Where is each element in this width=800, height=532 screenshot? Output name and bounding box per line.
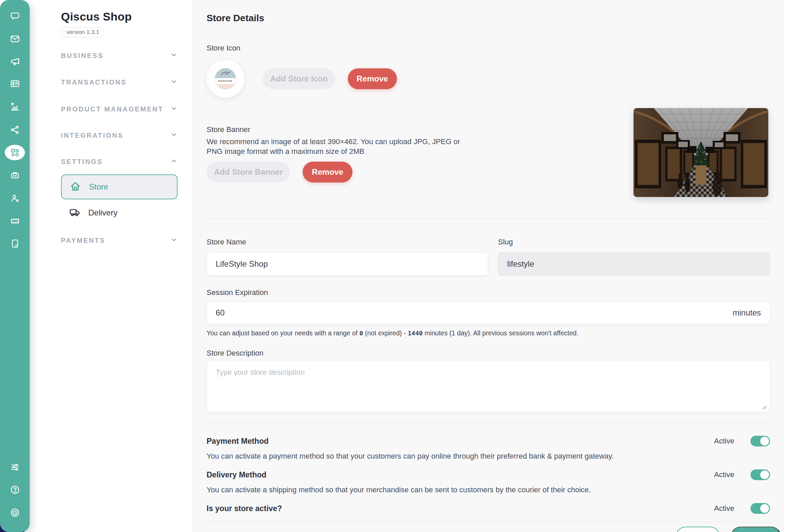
apps-grid-icon[interactable] (0, 148, 30, 157)
payment-method-toggle[interactable] (750, 436, 770, 446)
chevron-down-icon (170, 78, 178, 87)
mail-icon[interactable] (0, 34, 30, 44)
section-divider (206, 423, 770, 423)
sidebar: Qiscus Shop version 1.3.1 BUSINESS TRANS… (30, 0, 193, 532)
customer-icon[interactable] (0, 193, 30, 203)
store-name-label: Store Name (206, 238, 246, 246)
register-icon[interactable] (0, 170, 30, 180)
delivery-method-toggle[interactable] (750, 469, 770, 480)
main-content: Store Details Store Icon FASHION Add Sto… (193, 0, 783, 532)
store-name-input[interactable]: LifeStyle Shop (206, 252, 488, 276)
page-title: Store Details (206, 13, 264, 23)
footer-divider (206, 522, 770, 522)
store-active-title: Is your store active? (206, 504, 282, 513)
delivery-method-title: Delivery Method (206, 470, 267, 479)
store-logo: FASHION (215, 68, 236, 90)
payment-method-row: Payment Method Active (206, 434, 770, 449)
store-banner-image (634, 108, 768, 197)
delivery-method-row: Delivery Method Active (206, 467, 770, 482)
slug-label: Slug (498, 238, 513, 246)
chevron-down-icon (170, 51, 178, 60)
logout-icon[interactable] (0, 508, 30, 517)
payment-method-description: You can activate a payment method so tha… (206, 452, 614, 461)
session-expiration-unit: minutes (733, 308, 761, 318)
store-banner-label: Store Banner (206, 125, 250, 134)
store-icon-preview: FASHION (206, 60, 244, 98)
store-logo-text: FASHION (218, 80, 233, 82)
footer-primary-button[interactable] (731, 527, 781, 532)
preferences-icon[interactable] (0, 462, 30, 472)
id-card-icon[interactable] (0, 78, 30, 89)
app-title: Qiscus Shop (61, 10, 132, 23)
payment-method-status: Active (714, 437, 734, 445)
remove-store-banner-button[interactable]: Remove (303, 162, 352, 183)
add-store-icon-button[interactable]: Add Store Icon (262, 68, 335, 89)
analytics-icon[interactable] (0, 101, 30, 111)
sidebar-section-product-management[interactable]: PRODUCT MANAGEMENT (61, 103, 178, 115)
store-description-label: Store Description (206, 349, 263, 358)
help-icon[interactable] (0, 484, 30, 495)
chevron-up-icon (170, 157, 178, 166)
store-banner-hint: We recommend an image of at least 390×46… (206, 137, 473, 156)
sidebar-section-settings[interactable]: SETTINGS (61, 155, 178, 168)
store-active-status: Active (714, 504, 734, 513)
payment-method-title: Payment Method (206, 437, 269, 446)
footer-secondary-button[interactable] (676, 527, 720, 532)
chat-icon[interactable] (0, 11, 30, 21)
store-active-toggle[interactable] (750, 503, 770, 514)
resize-handle[interactable] (761, 404, 767, 410)
share-icon[interactable] (0, 125, 30, 135)
app-screen: Qiscus Shop version 1.3.1 BUSINESS TRANS… (0, 0, 800, 532)
home-icon (70, 181, 81, 193)
sidebar-section-integrations[interactable]: INTEGRATIONS (61, 129, 178, 142)
session-expiration-label: Session Expiration (206, 288, 268, 297)
sidebar-section-payments[interactable]: PAYMENTS (61, 234, 178, 247)
megaphone-icon[interactable] (0, 56, 30, 66)
version-badge: version 1.3.1 (61, 27, 105, 37)
truck-icon (69, 207, 80, 219)
sidebar-section-business[interactable]: BUSINESS (61, 49, 178, 62)
section-divider (206, 218, 770, 218)
delivery-method-description: You can activate a shipping method so th… (206, 486, 591, 494)
chevron-down-icon (170, 131, 178, 140)
session-expiration-help: You can adjust based on your needs with … (206, 329, 578, 337)
device-icon[interactable] (0, 239, 30, 248)
sidebar-item-delivery[interactable]: Delivery (61, 202, 178, 224)
add-store-banner-button[interactable]: Add Store Banner (206, 162, 290, 183)
store-description-textarea[interactable]: Type your store description (206, 360, 770, 412)
remove-store-icon-button[interactable]: Remove (348, 68, 397, 89)
store-active-row: Is your store active? Active (206, 501, 770, 516)
store-description-placeholder: Type your store description (216, 368, 305, 377)
icon-rail (0, 0, 30, 532)
sidebar-section-transactions[interactable]: TRANSACTIONS (61, 76, 178, 89)
ticket-icon[interactable] (0, 216, 30, 226)
sidebar-item-store[interactable]: Store (61, 174, 178, 200)
slug-input: lifestyle (498, 252, 770, 276)
store-icon-label: Store Icon (206, 44, 240, 53)
chevron-down-icon (170, 105, 178, 113)
chevron-down-icon (170, 236, 178, 245)
delivery-method-status: Active (714, 470, 734, 479)
session-expiration-input[interactable]: 60 minutes (206, 302, 770, 324)
